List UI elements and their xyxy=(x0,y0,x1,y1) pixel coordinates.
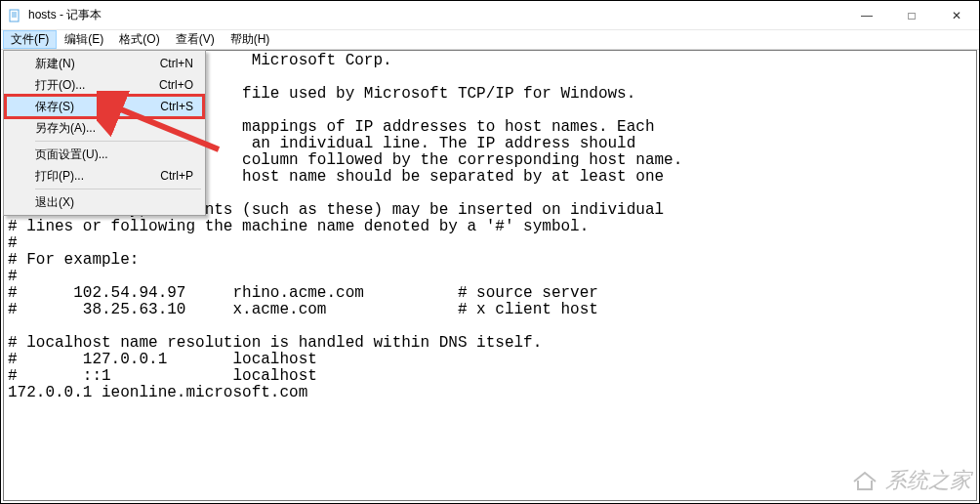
file-menu-new-label: 新建(N) xyxy=(35,56,160,72)
file-menu-save-label: 保存(S) xyxy=(35,99,160,115)
file-menu-page-setup[interactable]: 页面设置(U)... xyxy=(6,144,203,165)
file-menu-print-label: 打印(P)... xyxy=(35,168,160,185)
menu-help[interactable]: 帮助(H) xyxy=(223,30,278,49)
maximize-button[interactable]: □ xyxy=(889,1,934,30)
file-menu-new-shortcut: Ctrl+N xyxy=(160,57,193,70)
menu-separator xyxy=(35,141,201,142)
file-menu-print[interactable]: 打印(P)... Ctrl+P xyxy=(6,165,203,187)
menubar: 文件(F) 编辑(E) 格式(O) 查看(V) 帮助(H) xyxy=(1,30,979,50)
file-menu-dropdown: 新建(N) Ctrl+N 打开(O)... Ctrl+O 保存(S) Ctrl+… xyxy=(3,50,206,216)
file-menu-page-setup-label: 页面设置(U)... xyxy=(35,147,193,163)
file-menu-save-as[interactable]: 另存为(A)... xyxy=(6,117,203,139)
window-controls: — □ ✕ xyxy=(844,1,979,30)
file-menu-save-shortcut: Ctrl+S xyxy=(160,100,193,113)
file-menu-open-label: 打开(O)... xyxy=(35,77,159,94)
file-menu-new[interactable]: 新建(N) Ctrl+N xyxy=(6,53,203,74)
window-title: hosts - 记事本 xyxy=(28,7,102,23)
menu-format[interactable]: 格式(O) xyxy=(111,30,167,49)
file-menu-save-as-label: 另存为(A)... xyxy=(35,120,193,137)
titlebar: hosts - 记事本 — □ ✕ xyxy=(1,1,979,30)
minimize-button[interactable]: — xyxy=(844,1,889,30)
file-menu-save[interactable]: 保存(S) Ctrl+S xyxy=(6,96,203,117)
menu-view[interactable]: 查看(V) xyxy=(168,30,223,49)
file-menu-print-shortcut: Ctrl+P xyxy=(160,169,193,183)
file-menu-open-shortcut: Ctrl+O xyxy=(159,78,193,92)
notepad-icon xyxy=(7,8,22,23)
menu-file[interactable]: 文件(F) xyxy=(3,30,57,49)
close-button[interactable]: ✕ xyxy=(934,1,979,30)
menu-separator xyxy=(35,189,201,189)
file-menu-open[interactable]: 打开(O)... Ctrl+O xyxy=(6,74,203,96)
svg-rect-0 xyxy=(10,10,19,21)
menu-edit[interactable]: 编辑(E) xyxy=(57,30,111,49)
file-menu-exit-label: 退出(X) xyxy=(35,194,193,211)
file-menu-exit[interactable]: 退出(X) xyxy=(6,191,203,213)
